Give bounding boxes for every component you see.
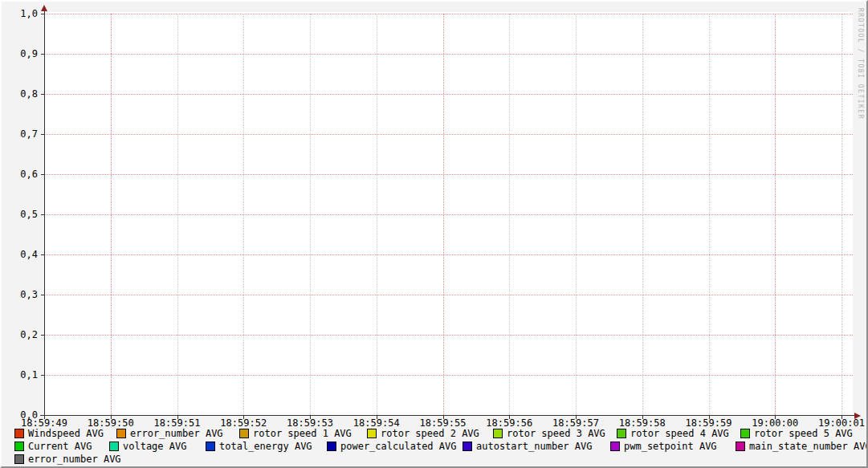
vertical-gridline bbox=[377, 14, 377, 415]
x-axis-label: 18:59:52 bbox=[220, 418, 267, 428]
horizontal-gridline bbox=[44, 54, 853, 55]
vertical-gridline bbox=[576, 14, 577, 415]
y-axis-label: 0,8 bbox=[10, 89, 38, 99]
vertical-gridline bbox=[243, 14, 244, 415]
legend-item-label: error_number AVG bbox=[28, 454, 121, 464]
x-axis-label: 19:00:00 bbox=[752, 418, 798, 428]
x-axis-label: 18:59:56 bbox=[486, 418, 532, 428]
legend-color-swatch bbox=[740, 429, 750, 438]
y-axis-label: 0,6 bbox=[10, 169, 38, 179]
x-axis-label: 18:59:59 bbox=[686, 418, 732, 428]
legend-item: rotor speed 1 AVG bbox=[239, 429, 352, 438]
x-axis-label: 18:59:57 bbox=[552, 418, 599, 428]
horizontal-gridline bbox=[44, 14, 853, 14]
horizontal-gridline bbox=[44, 174, 853, 175]
vertical-gridline bbox=[842, 14, 842, 415]
legend-item-label: power_calculated AVG bbox=[340, 442, 457, 451]
y-axis-label: 0,7 bbox=[10, 129, 38, 139]
y-axis-label: 0,4 bbox=[10, 250, 38, 259]
horizontal-gridline bbox=[44, 134, 853, 135]
legend-item-label: rotor speed 5 AVG bbox=[754, 429, 853, 438]
horizontal-gridline bbox=[44, 214, 853, 215]
legend-item: autostart_number AVG bbox=[463, 442, 593, 451]
vertical-gridline bbox=[709, 14, 710, 415]
x-axis-label: 18:59:58 bbox=[619, 418, 666, 428]
legend-item: voltage AVG bbox=[109, 442, 186, 451]
rrdtool-graph: 1,00,90,80,70,60,50,40,30,20,10,0 18:59:… bbox=[0, 0, 868, 468]
x-axis-label: 18:59:54 bbox=[353, 418, 400, 428]
x-axis-label: 18:59:50 bbox=[88, 418, 134, 428]
legend-color-swatch bbox=[206, 442, 215, 451]
legend-item-label: error_number AVG bbox=[130, 429, 223, 438]
plot-area bbox=[45, 12, 853, 415]
y-axis-line bbox=[44, 10, 45, 416]
x-axis-label: 19:00:01 bbox=[818, 418, 865, 428]
x-axis-line bbox=[40, 415, 855, 416]
vertical-gridline bbox=[642, 14, 643, 415]
y-axis-label: 0,9 bbox=[10, 49, 38, 59]
legend-color-swatch bbox=[493, 429, 503, 438]
y-axis-label: 0,1 bbox=[10, 370, 38, 380]
y-axis-label: 1,0 bbox=[10, 9, 38, 18]
legend-item: main_state_number AVG bbox=[736, 442, 868, 451]
legend-item: rotor speed 5 AVG bbox=[740, 429, 853, 438]
legend-item-label: main_state_number AVG bbox=[749, 442, 868, 451]
watermark: RRDTOOL / TOBI OETIKER bbox=[857, 8, 864, 120]
legend-item-label: rotor speed 3 AVG bbox=[507, 429, 605, 438]
x-axis-label: 18:59:51 bbox=[154, 418, 201, 428]
y-axis-label: 0,2 bbox=[10, 330, 38, 340]
legend-color-swatch bbox=[14, 442, 24, 451]
vertical-gridline bbox=[177, 14, 178, 415]
horizontal-gridline bbox=[44, 335, 853, 336]
horizontal-gridline bbox=[44, 254, 853, 255]
legend-item: Current AVG bbox=[14, 442, 92, 451]
x-axis-label: 18:59:49 bbox=[21, 418, 67, 428]
legend-item: Windspeed AVG bbox=[14, 429, 104, 438]
legend-color-swatch bbox=[327, 442, 336, 451]
legend-item: error_number AVG bbox=[116, 429, 223, 438]
legend-color-swatch bbox=[463, 442, 472, 451]
legend-color-swatch bbox=[736, 442, 745, 451]
legend-item-label: Windspeed AVG bbox=[28, 429, 104, 438]
horizontal-gridline bbox=[44, 295, 853, 295]
x-axis-label: 18:59:53 bbox=[287, 418, 333, 428]
legend-item-label: rotor speed 1 AVG bbox=[253, 429, 352, 438]
legend-item-label: Current AVG bbox=[28, 442, 92, 451]
legend-item: power_calculated AVG bbox=[327, 442, 457, 451]
legend-color-swatch bbox=[14, 454, 24, 464]
horizontal-gridline bbox=[44, 94, 853, 95]
legend-item-label: rotor speed 4 AVG bbox=[630, 429, 729, 438]
y-axis-label: 0,5 bbox=[10, 210, 38, 219]
legend-item: rotor speed 2 AVG bbox=[367, 429, 479, 438]
legend-color-swatch bbox=[367, 429, 377, 438]
legend-color-swatch bbox=[116, 429, 126, 438]
legend-color-swatch bbox=[109, 442, 119, 451]
vertical-gridline bbox=[111, 14, 112, 415]
vertical-gridline bbox=[775, 14, 776, 415]
x-axis-label: 18:59:55 bbox=[420, 418, 467, 428]
legend-item: error_number AVG bbox=[14, 454, 121, 464]
legend-item-label: total_energy AVG bbox=[219, 442, 312, 451]
legend-color-swatch bbox=[239, 429, 249, 438]
legend-color-swatch bbox=[14, 429, 24, 438]
vertical-gridline bbox=[509, 14, 510, 415]
horizontal-gridline bbox=[44, 375, 853, 376]
legend-item-label: rotor speed 2 AVG bbox=[381, 429, 479, 438]
legend-item-label: pwm_setpoint AVG bbox=[624, 442, 717, 451]
vertical-gridline bbox=[443, 14, 444, 415]
legend-color-swatch bbox=[610, 442, 620, 451]
legend-color-swatch bbox=[617, 429, 626, 438]
legend-item: rotor speed 4 AVG bbox=[617, 429, 729, 438]
legend-item-label: voltage AVG bbox=[123, 442, 186, 451]
legend-item: total_energy AVG bbox=[206, 442, 312, 451]
y-axis-label: 0,3 bbox=[10, 290, 38, 299]
legend-item: pwm_setpoint AVG bbox=[610, 442, 717, 451]
legend-item-label: autostart_number AVG bbox=[476, 442, 593, 451]
y-axis-arrow-icon bbox=[41, 5, 47, 11]
vertical-gridline bbox=[310, 14, 311, 415]
legend-item: rotor speed 3 AVG bbox=[493, 429, 605, 438]
